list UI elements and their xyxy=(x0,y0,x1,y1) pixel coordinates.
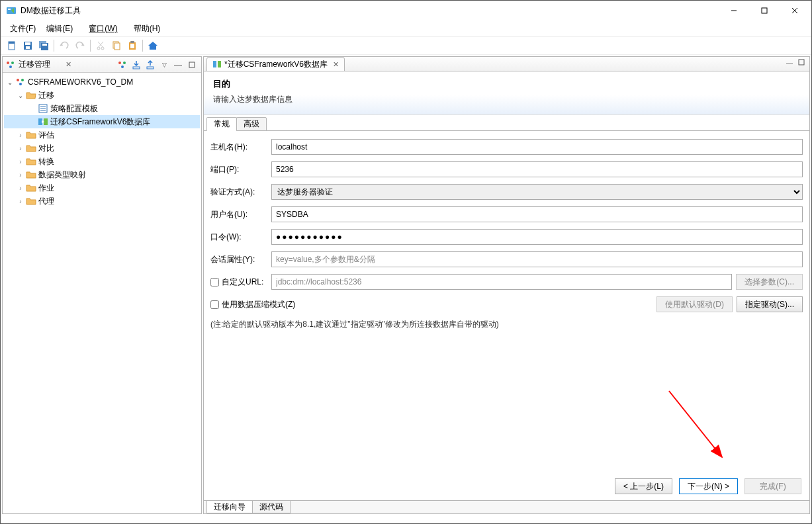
svg-rect-34 xyxy=(189,62,195,67)
svg-point-29 xyxy=(118,62,121,64)
copy-icon[interactable] xyxy=(109,38,124,53)
menu-window[interactable]: 窗口(W) xyxy=(78,22,128,36)
tree-node-strategy-template[interactable]: 策略配置模板 xyxy=(4,102,200,115)
tab-max-icon[interactable] xyxy=(796,58,807,67)
tree-label: 评估 xyxy=(38,130,54,141)
panel-title: 迁移管理 xyxy=(19,59,63,70)
nodes-icon xyxy=(15,77,26,87)
auth-select[interactable]: 达梦服务器验证 xyxy=(271,184,803,200)
custom-url-input[interactable] xyxy=(271,274,732,290)
use-default-driver-button[interactable]: 使用默认驱动(D) xyxy=(656,296,733,312)
menu-file[interactable]: 文件(F) xyxy=(5,22,41,36)
port-input[interactable] xyxy=(271,161,803,177)
driver-note: (注:给定的默认驱动版本为8.1,建议通过"指定驱动"修改为所连接数据库自带的驱… xyxy=(210,319,803,330)
export-icon[interactable] xyxy=(144,58,157,71)
bottom-tabs: 迁移向导 源代码 xyxy=(204,500,809,513)
bottom-tab-source[interactable]: 源代码 xyxy=(252,501,291,513)
select-params-button[interactable]: 选择参数(C)... xyxy=(736,274,803,290)
panel-close-icon[interactable]: ✕ xyxy=(66,60,71,69)
editor-tab-migrate-db[interactable]: *迁移CSFrameworkV6数据库 ✕ xyxy=(206,57,345,71)
tree-label: 策略配置模板 xyxy=(50,103,98,114)
tree-node-compare[interactable]: › 对比 xyxy=(4,142,200,155)
paste-icon[interactable] xyxy=(125,38,140,53)
svg-point-30 xyxy=(123,62,126,64)
password-label: 口令(W): xyxy=(210,232,271,243)
close-button[interactable] xyxy=(780,1,810,21)
migrate-icon xyxy=(212,60,222,69)
bottom-tab-wizard[interactable]: 迁移向导 xyxy=(206,501,253,513)
svg-rect-23 xyxy=(130,44,134,48)
maximize-panel-icon[interactable] xyxy=(185,58,199,71)
svg-rect-45 xyxy=(213,61,216,67)
svg-point-16 xyxy=(97,47,100,50)
new-icon[interactable] xyxy=(5,38,19,53)
tab-advanced[interactable]: 高级 xyxy=(236,117,267,131)
cut-icon[interactable] xyxy=(93,38,108,53)
svg-rect-1 xyxy=(8,9,11,10)
svg-rect-33 xyxy=(147,67,154,69)
menu-edit[interactable]: 编辑(E) xyxy=(41,22,78,36)
svg-rect-21 xyxy=(114,43,120,50)
svg-line-19 xyxy=(98,42,103,47)
svg-point-27 xyxy=(11,62,14,64)
main-toolbar xyxy=(1,36,811,55)
statusbar xyxy=(1,515,811,523)
undo-icon[interactable] xyxy=(57,38,71,53)
tab-general[interactable]: 常规 xyxy=(206,117,237,131)
minimize-panel-icon[interactable]: — xyxy=(171,58,185,71)
tree-root[interactable]: ⌄ CSFRAMEWORKV6_TO_DM xyxy=(4,75,200,89)
titlebar: DM数据迁移工具 xyxy=(1,1,811,21)
tab-min-icon[interactable]: — xyxy=(784,58,795,67)
svg-rect-24 xyxy=(130,41,134,43)
user-input[interactable] xyxy=(271,206,803,222)
tree-node-convert[interactable]: › 转换 xyxy=(4,155,200,168)
svg-point-36 xyxy=(21,79,24,81)
compress-label[interactable]: 使用数据压缩模式(Z) xyxy=(210,299,298,310)
tree-node-migrate-db[interactable]: 迁移CSFrameworkV6数据库 xyxy=(4,115,200,128)
specify-driver-button[interactable]: 指定驱动(S)... xyxy=(737,296,803,312)
finish-button[interactable]: 完成(F) xyxy=(744,478,801,494)
tree-node-job[interactable]: › 作业 xyxy=(4,181,200,195)
svg-rect-32 xyxy=(133,67,140,69)
redo-icon[interactable] xyxy=(73,38,87,53)
minimize-button[interactable] xyxy=(719,1,749,21)
migration-manager-panel: 迁移管理 ✕ ▽ — ⌄ CSFRAMEWORKV6_TO_DM ⌄ 迁移 xyxy=(2,56,202,514)
next-button[interactable]: 下一步(N) > xyxy=(679,478,738,494)
tree-node-type-mapping[interactable]: › 数据类型映射 xyxy=(4,168,200,181)
svg-point-37 xyxy=(19,83,22,85)
folder-closed-icon xyxy=(26,169,36,180)
save-icon[interactable] xyxy=(21,38,35,53)
svg-point-35 xyxy=(17,79,19,81)
custom-url-checkbox[interactable] xyxy=(210,278,219,286)
compress-checkbox[interactable] xyxy=(210,300,219,309)
chevron-down-icon[interactable]: ▽ xyxy=(158,58,171,71)
tree-label: 代理 xyxy=(38,196,54,207)
custom-url-label[interactable]: 自定义URL: xyxy=(210,277,271,288)
tree-label: 对比 xyxy=(38,143,54,154)
session-input[interactable] xyxy=(271,251,803,267)
menu-help[interactable]: 帮助(H) xyxy=(128,22,166,36)
password-input[interactable] xyxy=(271,229,803,245)
folder-closed-icon xyxy=(26,183,36,193)
nodes-icon[interactable] xyxy=(116,58,129,71)
tree-node-migrate[interactable]: ⌄ 迁移 xyxy=(4,89,200,102)
folder-closed-icon xyxy=(26,130,36,140)
maximize-button[interactable] xyxy=(749,1,780,21)
svg-rect-47 xyxy=(799,60,804,65)
home-icon[interactable] xyxy=(146,38,160,53)
editor-tabs: *迁移CSFrameworkV6数据库 ✕ — xyxy=(204,57,809,71)
tree-node-evaluate[interactable]: › 评估 xyxy=(4,128,200,142)
save-all-icon[interactable] xyxy=(36,38,51,53)
wizard-step-title: 目的 xyxy=(213,78,800,90)
tree-node-agent[interactable]: › 代理 xyxy=(4,195,200,208)
wizard-step-subtitle: 请输入达梦数据库信息 xyxy=(213,94,800,105)
tree-label: 迁移 xyxy=(38,90,54,101)
svg-rect-3 xyxy=(762,8,767,13)
svg-point-26 xyxy=(7,62,9,64)
tree-label: 作业 xyxy=(38,183,54,194)
tab-close-icon[interactable]: ✕ xyxy=(333,60,339,69)
host-input[interactable] xyxy=(271,139,803,155)
import-icon[interactable] xyxy=(130,58,143,71)
migration-tree[interactable]: ⌄ CSFRAMEWORKV6_TO_DM ⌄ 迁移 策略配置模板 迁移CSFr… xyxy=(3,73,201,513)
back-button[interactable]: < 上一步(L) xyxy=(615,478,672,494)
